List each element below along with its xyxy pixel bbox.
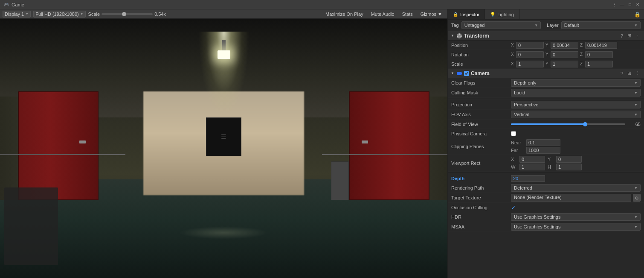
inspector-content: Tag Untagged ▼ Layer Default ▼ ▼ [448, 20, 644, 278]
inspector-tab-label: Inspector [460, 12, 479, 17]
camera-menu-icon[interactable]: ⋮ [634, 70, 641, 76]
culling-mask-label: Culling Mask [451, 90, 511, 95]
layer-chevron-icon: ▼ [634, 23, 638, 27]
far-input[interactable] [526, 147, 560, 154]
scale-z-input[interactable] [585, 61, 613, 67]
transform-menu-icon[interactable]: ⋮ [634, 33, 641, 38]
tab-lighting[interactable]: 💡 Lighting [485, 9, 519, 19]
projection-dropdown[interactable]: Perspective ▼ [511, 101, 641, 108]
fov-axis-dropdown[interactable]: Vertical ▼ [511, 111, 641, 118]
fov-axis-value: Vertical [514, 112, 529, 117]
vp-x-label: X [511, 157, 517, 162]
camera-settings-icon[interactable]: ⊞ [626, 70, 632, 76]
far-clip-row: Far [511, 147, 641, 154]
maximize-icon[interactable]: □ [627, 2, 633, 8]
scale-z-label: Z [580, 61, 584, 66]
lock-icon[interactable]: 🔒 [633, 12, 641, 18]
lighting-tab-icon: 💡 [490, 12, 495, 17]
occlusion-culling-checkmark: ✓ [511, 204, 516, 211]
layer-value: Default [564, 23, 579, 28]
viewport-x-input[interactable] [519, 156, 545, 163]
rotation-z-input[interactable] [585, 51, 613, 58]
door-right-handle [362, 140, 368, 144]
vp-y-label: Y [548, 157, 554, 162]
tab-inspector[interactable]: 🔒 Inspector [448, 9, 485, 19]
fov-thumb[interactable] [583, 122, 587, 126]
target-texture-label: Target Texture [451, 195, 511, 200]
position-y-input[interactable] [551, 42, 578, 49]
svg-rect-4 [457, 72, 461, 75]
stats-button[interactable]: Stats [400, 11, 415, 17]
rot-y-label: Y [545, 52, 550, 57]
menu-dots-icon[interactable]: ⋮ [612, 2, 618, 8]
projection-label: Projection [451, 102, 511, 107]
window-controls: ⋮ — □ ✕ [612, 2, 641, 8]
near-input[interactable] [526, 139, 560, 146]
rotation-x-input[interactable] [516, 51, 544, 58]
hdr-label: HDR [451, 214, 511, 219]
physical-camera-checkbox[interactable] [511, 131, 516, 136]
pos-y-label: Y [545, 43, 550, 47]
camera-section-header[interactable]: ▼ Camera ? ⊞ ⋮ [448, 69, 644, 78]
camera-enabled-checkbox[interactable] [464, 71, 469, 76]
scale-track[interactable] [102, 13, 153, 15]
minimize-icon[interactable]: — [619, 2, 625, 8]
scale-z-field: Z [580, 61, 613, 67]
physical-camera-row: Physical Camera [448, 129, 644, 138]
transform-section-header[interactable]: ▼ Transform ? ⊞ ⋮ [448, 31, 644, 41]
viewport-h-input[interactable] [556, 164, 582, 170]
projection-row: Projection Perspective ▼ [448, 100, 644, 110]
position-label: Position [451, 43, 511, 48]
close-icon[interactable]: ✕ [635, 2, 641, 8]
position-z-input[interactable] [585, 42, 617, 49]
depth-input[interactable] [511, 175, 545, 182]
fov-track[interactable] [511, 123, 625, 125]
layer-dropdown[interactable]: Default ▼ [561, 21, 641, 29]
target-texture-select-button[interactable]: ⊙ [633, 194, 641, 202]
scale-y-label: Y [545, 61, 550, 66]
hdr-dropdown[interactable]: Use Graphics Settings ▼ [511, 213, 641, 221]
scale-x-input[interactable] [516, 61, 544, 67]
scale-values: X Y Z [511, 61, 641, 67]
msaa-chevron-icon: ▼ [634, 225, 638, 229]
door-right [349, 91, 429, 200]
tag-dropdown[interactable]: Untagged ▼ [461, 21, 541, 29]
position-x-input[interactable] [516, 42, 544, 49]
camera-help-icon[interactable]: ? [619, 71, 624, 76]
door-left [18, 91, 99, 200]
maximize-on-play-button[interactable]: Maximize On Play [323, 11, 366, 17]
hdr-value: Use Graphics Settings [514, 214, 560, 219]
scene-view [0, 19, 447, 278]
gizmos-button[interactable]: Gizmos ▼ [418, 11, 445, 17]
occlusion-culling-row: Occlusion Culling ✓ [448, 203, 644, 212]
resolution-dropdown[interactable]: Full HD (1920x1080) ▼ [33, 11, 85, 18]
scale-x-field: X [511, 61, 544, 67]
lighting-tab-label: Lighting [497, 12, 514, 17]
scale-value: 0.54x [154, 12, 166, 17]
clear-flags-dropdown[interactable]: Depth only ▼ [511, 79, 641, 87]
rotation-y-input[interactable] [551, 51, 578, 58]
viewport-w-input[interactable] [519, 164, 545, 170]
scale-thumb[interactable] [122, 12, 126, 16]
scale-text-label: Scale [88, 12, 100, 17]
msaa-label: MSAA [451, 224, 511, 229]
transform-help-icon[interactable]: ? [619, 33, 624, 38]
transform-settings-icon[interactable]: ⊞ [626, 33, 632, 38]
rotation-y-field: Y [545, 51, 578, 58]
inspector-tab-icon: 🔒 [453, 12, 458, 17]
viewport-y-input[interactable] [556, 156, 582, 163]
viewport-wh-row: W H [511, 164, 641, 170]
display-dropdown[interactable]: Display 1 ▼ [3, 11, 31, 18]
msaa-dropdown[interactable]: Use Graphics Settings ▼ [511, 223, 641, 231]
rot-x-label: X [511, 52, 515, 57]
mute-audio-button[interactable]: Mute Audio [368, 11, 397, 17]
culling-mask-dropdown[interactable]: Lucid ▼ [511, 89, 641, 97]
resolution-label: Full HD (1920x1080) [35, 12, 79, 17]
clear-flags-value: Depth only [514, 80, 537, 85]
culling-mask-row: Culling Mask Lucid ▼ [448, 88, 644, 98]
rendering-path-dropdown[interactable]: Deferred ▼ [511, 184, 641, 192]
camera-collapse-icon: ▼ [450, 71, 455, 76]
rotation-row: Rotation X Y Z [448, 50, 644, 59]
scale-y-input[interactable] [551, 61, 578, 67]
scale-x-label: X [511, 61, 515, 66]
